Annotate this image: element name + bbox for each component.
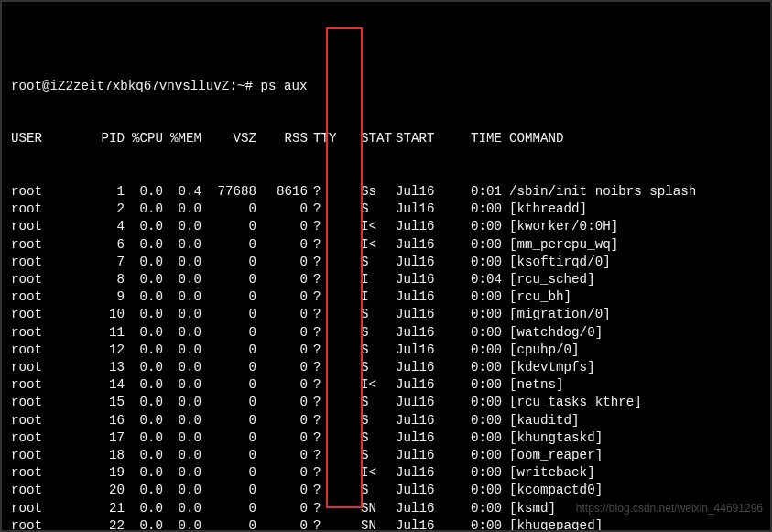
ps-row: root120.00.000?SJul160:00[cpuhp/0] — [11, 342, 770, 359]
ps-row: root150.00.000?SJul160:00[rcu_tasks_kthr… — [11, 394, 770, 411]
cell-stat: S — [330, 254, 396, 271]
ps-row: root40.00.000?I<Jul160:00[kworker/0:0H] — [11, 218, 770, 235]
cell-vsz: 0 — [201, 464, 256, 482]
cell-mem: 0.0 — [163, 429, 201, 447]
cell-user: root — [11, 342, 75, 359]
cell-time: 0:00 — [449, 359, 502, 376]
cell-pid: 9 — [75, 288, 125, 306]
cell-start: Jul16 — [396, 254, 449, 271]
cell-user: root — [11, 412, 75, 429]
cell-cmd: [khugepaged] — [502, 517, 770, 532]
cell-stat: I< — [330, 376, 396, 394]
cell-vsz: 0 — [201, 447, 256, 464]
cell-time: 0:04 — [449, 271, 502, 288]
cell-cmd: [khungtaskd] — [502, 429, 770, 447]
cell-tty: ? — [308, 359, 330, 376]
cell-cmd: [kcompactd0] — [502, 482, 770, 499]
cell-time: 0:00 — [449, 201, 502, 218]
cell-stat: I — [330, 271, 396, 288]
cell-time: 0:00 — [449, 429, 502, 447]
cell-tty: ? — [308, 394, 330, 411]
cell-start: Jul16 — [396, 376, 449, 394]
cell-mem: 0.0 — [163, 359, 201, 376]
cell-user: root — [11, 376, 75, 394]
shell-prompt: root@iZ2zeit7xbkq67vnvslluvZ:~# — [11, 79, 253, 93]
cell-user: root — [11, 201, 75, 218]
cell-user: root — [11, 254, 75, 271]
cell-stat: S — [330, 394, 396, 411]
cell-vsz: 0 — [201, 254, 256, 271]
cell-pid: 10 — [75, 306, 125, 323]
cell-cmd: [writeback] — [502, 464, 770, 482]
cell-start: Jul16 — [396, 464, 449, 482]
cell-mem: 0.0 — [163, 464, 201, 482]
cell-user: root — [11, 288, 75, 306]
cell-tty: ? — [308, 447, 330, 464]
cell-cpu: 0.0 — [125, 324, 163, 342]
cell-time: 0:00 — [449, 254, 502, 271]
cell-mem: 0.0 — [163, 412, 201, 429]
ps-row: root110.00.000?SJul160:00[watchdog/0] — [11, 324, 770, 342]
cell-rss: 0 — [256, 376, 308, 394]
cell-tty: ? — [308, 376, 330, 394]
watermark-text: https://blog.csdn.net/weixin_44691296 — [576, 500, 763, 517]
cell-cmd: [mm_percpu_wq] — [502, 236, 770, 254]
cell-pid: 11 — [75, 324, 125, 342]
cell-cpu: 0.0 — [125, 464, 163, 482]
cell-pid: 21 — [75, 500, 125, 517]
col-vsz-header: VSZ — [201, 130, 256, 147]
cell-vsz: 0 — [201, 412, 256, 429]
ps-row: root90.00.000?IJul160:00[rcu_bh] — [11, 288, 770, 306]
cell-start: Jul16 — [396, 429, 449, 447]
cell-stat: S — [330, 306, 396, 323]
cell-rss: 0 — [256, 429, 308, 447]
ps-row: root140.00.000?I<Jul160:00[netns] — [11, 376, 770, 394]
shell-prompt-line: root@iZ2zeit7xbkq67vnvslluvZ:~# ps aux — [11, 78, 770, 95]
cell-cpu: 0.0 — [125, 447, 163, 464]
cell-stat: S — [330, 412, 396, 429]
cell-cpu: 0.0 — [125, 429, 163, 447]
cell-start: Jul16 — [396, 342, 449, 359]
cell-cpu: 0.0 — [125, 517, 163, 532]
cell-pid: 18 — [75, 447, 125, 464]
cell-stat: S — [330, 342, 396, 359]
cell-vsz: 77688 — [201, 183, 256, 201]
cell-cpu: 0.0 — [125, 288, 163, 306]
cell-start: Jul16 — [396, 482, 449, 499]
cell-rss: 0 — [256, 482, 308, 499]
col-rss-header: RSS — [256, 130, 308, 147]
cell-user: root — [11, 429, 75, 447]
ps-row: root130.00.000?SJul160:00[kdevtmpfs] — [11, 359, 770, 376]
cell-stat: S — [330, 447, 396, 464]
cell-cpu: 0.0 — [125, 236, 163, 254]
cell-rss: 0 — [256, 500, 308, 517]
cell-stat: S — [330, 201, 396, 218]
col-mem-header: %MEM — [163, 130, 201, 147]
cell-pid: 13 — [75, 359, 125, 376]
ps-row: root100.00.000?SJul160:00[migration/0] — [11, 306, 770, 323]
cell-cpu: 0.0 — [125, 359, 163, 376]
cell-pid: 19 — [75, 464, 125, 482]
ps-row: root70.00.000?SJul160:00[ksoftirqd/0] — [11, 254, 770, 271]
cell-time: 0:00 — [449, 288, 502, 306]
cell-stat: S — [330, 482, 396, 499]
cell-stat: S — [330, 429, 396, 447]
cell-vsz: 0 — [201, 359, 256, 376]
cell-tty: ? — [308, 500, 330, 517]
cell-tty: ? — [308, 201, 330, 218]
ps-row: root170.00.000?SJul160:00[khungtaskd] — [11, 429, 770, 447]
cell-vsz: 0 — [201, 482, 256, 499]
cell-mem: 0.0 — [163, 218, 201, 235]
cell-user: root — [11, 324, 75, 342]
cell-vsz: 0 — [201, 218, 256, 235]
cell-pid: 15 — [75, 394, 125, 411]
cell-cpu: 0.0 — [125, 376, 163, 394]
cell-tty: ? — [308, 271, 330, 288]
cell-tty: ? — [308, 429, 330, 447]
cell-pid: 14 — [75, 376, 125, 394]
cell-time: 0:00 — [449, 517, 502, 532]
cell-start: Jul16 — [396, 288, 449, 306]
cell-mem: 0.4 — [163, 183, 201, 201]
cell-time: 0:00 — [449, 447, 502, 464]
cell-pid: 20 — [75, 482, 125, 499]
